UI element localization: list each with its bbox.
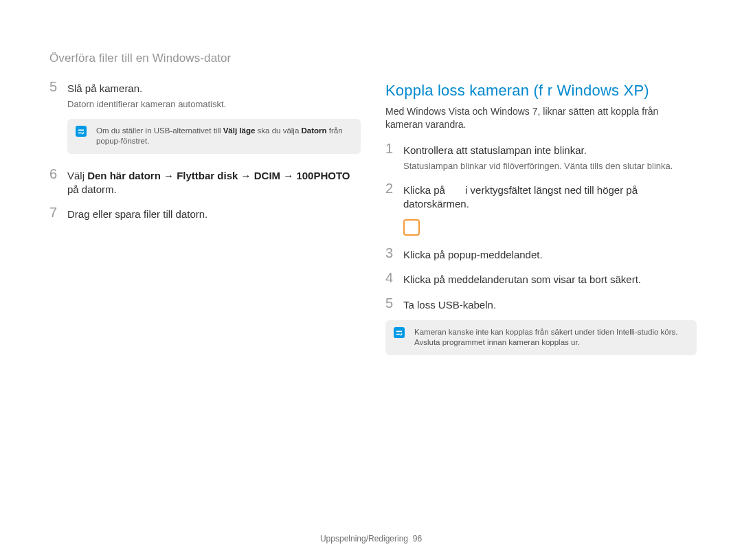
note-usb-mode: Om du ställer in USB-alternativet till V… bbox=[67, 119, 361, 154]
note-text-fragment: ska du välja bbox=[255, 126, 301, 135]
step-number: 7 bbox=[49, 205, 63, 221]
note-intelli-studio: Kameran kanske inte kan kopplas från säk… bbox=[385, 320, 697, 355]
page-footer: Uppspelning/Redigering 96 bbox=[0, 534, 742, 544]
note-icon bbox=[394, 327, 405, 338]
page-title: Överföra filer till en Windows-dator bbox=[49, 52, 697, 65]
step-r4: 4 Klicka på meddelanderutan som visar ta… bbox=[385, 273, 697, 287]
step-r1: 1 Kontrollera att statuslampan inte blin… bbox=[385, 144, 697, 172]
step-r5: 5 Ta loss USB-kabeln. bbox=[385, 298, 697, 312]
manual-page: Överföra filer till en Windows-dator 5 S… bbox=[0, 0, 742, 560]
step-text-fragment: Välj bbox=[67, 170, 87, 181]
step-7: 7 Drag eller spara filer till datorn. bbox=[49, 208, 361, 221]
step-number: 1 bbox=[385, 141, 399, 157]
step-text-fragment: Klicka på bbox=[403, 184, 448, 196]
step-text: Klicka på popup-meddelandet. bbox=[403, 248, 697, 262]
step-number: 4 bbox=[385, 270, 399, 286]
systray-remove-icon bbox=[403, 219, 420, 236]
step-r3: 3 Klicka på popup-meddelandet. bbox=[385, 248, 697, 262]
left-column: 5 Slå på kameran. Datorn identifierar ka… bbox=[49, 82, 361, 370]
footer-page-number: 96 bbox=[413, 534, 422, 544]
note-text: Kameran kanske inte kan kopplas från säk… bbox=[414, 328, 678, 347]
step-text: Kontrollera att statuslampan inte blinka… bbox=[403, 144, 697, 157]
step-subtext: Statuslampan blinkar vid filöverföringen… bbox=[403, 160, 697, 172]
note-icon bbox=[76, 126, 87, 137]
step-number: 5 bbox=[385, 295, 399, 311]
right-column: Koppla loss kameran (f r Windows XP) Med… bbox=[385, 82, 697, 370]
step-number: 3 bbox=[385, 245, 399, 261]
step-text-bold: Den här datorn → Flyttbar disk → DCIM → … bbox=[87, 170, 350, 181]
step-5: 5 Slå på kameran. Datorn identifierar ka… bbox=[49, 82, 361, 111]
step-text: Klicka på meddelanderutan som visar ta b… bbox=[403, 273, 697, 287]
step-number: 2 bbox=[385, 181, 399, 197]
note-text-bold: Datorn bbox=[302, 126, 327, 135]
step-text: Klicka på i verktygsfältet längst ned ti… bbox=[403, 183, 697, 212]
step-text: Drag eller spara filer till datorn. bbox=[67, 208, 361, 221]
step-text-fragment: på datorm. bbox=[67, 183, 117, 195]
section-intro: Med Windows Vista och Windows 7, liknar … bbox=[385, 105, 697, 131]
step-text: Slå på kameran. bbox=[67, 82, 361, 96]
note-text-bold: Välj läge bbox=[223, 126, 256, 135]
note-text-fragment: Om du ställer in USB-alternativet till bbox=[96, 126, 223, 135]
step-6: 6 Välj Den här datorn → Flyttbar disk → … bbox=[49, 169, 361, 197]
two-column-layout: 5 Slå på kameran. Datorn identifierar ka… bbox=[49, 82, 697, 370]
step-number: 5 bbox=[49, 79, 63, 95]
step-text: Välj Den här datorn → Flyttbar disk → DC… bbox=[67, 169, 361, 197]
step-subtext: Datorn identifierar kameran automatiskt. bbox=[67, 98, 361, 111]
step-text: Ta loss USB-kabeln. bbox=[403, 298, 697, 312]
section-heading: Koppla loss kameran (f r Windows XP) bbox=[385, 82, 697, 100]
step-number: 6 bbox=[49, 166, 63, 182]
footer-section: Uppspelning/Redigering bbox=[320, 534, 408, 544]
step-r2: 2 Klicka på i verktygsfältet längst ned … bbox=[385, 183, 697, 212]
